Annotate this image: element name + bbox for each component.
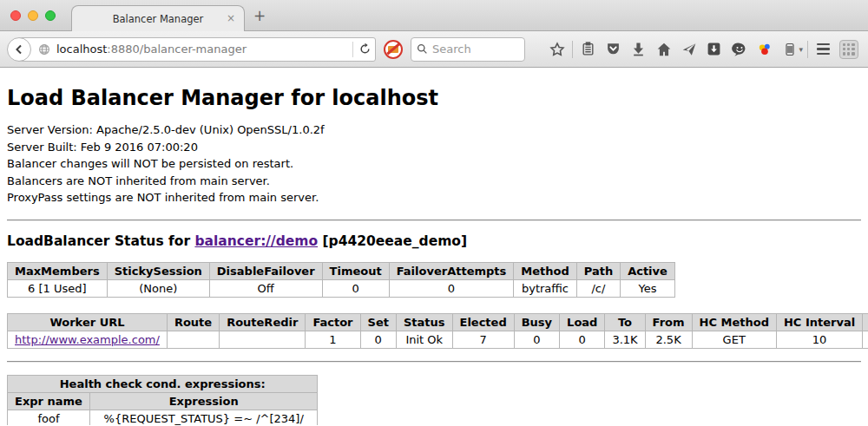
chevron-down-icon[interactable]: ▾ <box>799 45 803 54</box>
new-tab-button[interactable]: + <box>253 7 266 24</box>
paper-plane-icon <box>681 42 697 57</box>
col-factor: Factor <box>306 313 360 331</box>
col-route: Route <box>167 313 219 331</box>
cell-busy: 0 <box>514 331 559 348</box>
send-tab-button[interactable] <box>676 37 701 62</box>
cell-status: Init Ok <box>396 331 452 348</box>
page-title: Load Balancer Manager for localhost <box>7 86 861 110</box>
cell-to: 3.1K <box>605 331 645 348</box>
cell-expr-name: foof <box>8 410 90 425</box>
home-icon <box>656 42 672 57</box>
col-elected: Elected <box>452 313 514 331</box>
tiles-grid-icon <box>839 40 858 59</box>
pocket-button[interactable] <box>601 37 626 62</box>
table-row: foof %{REQUEST_STATUS} =~ /^[234]/ <box>8 410 318 425</box>
col-hc-method: HC Method <box>692 313 776 331</box>
table-header-row: Expr name Expression <box>8 392 318 410</box>
hamburger-icon <box>817 43 830 56</box>
home-button[interactable] <box>651 37 676 62</box>
table-header-row: MaxMembers StickySession DisableFailover… <box>8 262 675 279</box>
reading-list-button[interactable] <box>575 37 601 62</box>
url-bar[interactable]: localhost:8880/balancer-manager <box>18 37 376 62</box>
col-path: Path <box>576 262 620 279</box>
save-box-icon <box>707 42 721 56</box>
cell-method: bytraffic <box>514 279 576 297</box>
col-disablefailover: DisableFailover <box>209 262 322 279</box>
url-path: :8880/balancer-manager <box>107 43 247 56</box>
section-divider <box>7 361 861 363</box>
chat-smiley-icon <box>732 42 747 57</box>
search-input[interactable] <box>432 43 515 56</box>
col-load: Load <box>560 313 605 331</box>
cell-route <box>167 331 219 348</box>
save-extension-button[interactable] <box>701 37 727 62</box>
cell-passes: 1 (0) <box>863 331 868 348</box>
table-title-row: Health check cond. expressions: <box>8 375 318 392</box>
balancer-settings-table: MaxMembers StickySession DisableFailover… <box>7 262 675 298</box>
close-window-button[interactable] <box>10 10 21 21</box>
col-worker-url: Worker URL <box>8 313 168 331</box>
menu-button[interactable] <box>811 37 836 62</box>
persist-note-line: Balancer changes will NOT be persisted o… <box>7 155 861 173</box>
col-failoverattempts: FailoverAttempts <box>389 262 514 279</box>
back-button[interactable] <box>7 37 31 62</box>
server-info: Server Version: Apache/2.5.0-dev (Unix) … <box>7 121 861 206</box>
bookmark-star-button[interactable] <box>544 37 569 62</box>
hc-table-title: Health check cond. expressions: <box>8 375 318 392</box>
health-check-table: Health check cond. expressions: Expr nam… <box>7 375 318 426</box>
server-version-line: Server Version: Apache/2.5.0-dev (Unix) … <box>7 121 861 139</box>
cell-hc-method: GET <box>692 331 776 348</box>
col-set: Set <box>360 313 396 331</box>
minimize-window-button[interactable] <box>28 10 38 21</box>
worker-table: Worker URL Route RouteRedir Factor Set S… <box>7 313 868 349</box>
flashblock-extension-button[interactable] <box>384 40 403 59</box>
table-row: 6 [1 Used] (None) Off 0 0 bytraffic /c/ … <box>8 279 675 297</box>
col-hc-interval: HC Interval <box>776 313 862 331</box>
cell-expression: %{REQUEST_STATUS} =~ /^[234]/ <box>89 410 318 425</box>
server-built-line: Server Built: Feb 9 2016 07:00:20 <box>7 139 861 156</box>
col-status: Status <box>396 313 452 331</box>
tab-close-icon[interactable]: × <box>227 12 235 24</box>
download-arrow-icon <box>631 42 646 56</box>
zoom-window-button[interactable] <box>45 10 56 21</box>
cell-timeout: 0 <box>322 279 389 297</box>
col-routeredir: RouteRedir <box>220 313 306 331</box>
col-method: Method <box>514 262 576 279</box>
titlebar: Balancer Manager × + <box>0 0 868 31</box>
cell-disablefailover: Off <box>209 279 322 297</box>
status-suffix: [p4420eeae_demo] <box>318 233 467 249</box>
col-stickysession: StickySession <box>107 262 209 279</box>
browser-window: Balancer Manager × + localhost:8880/bala… <box>0 0 868 426</box>
star-icon <box>549 42 565 57</box>
section-divider <box>7 220 861 221</box>
url-text: localhost:8880/balancer-manager <box>56 43 347 56</box>
search-box[interactable] <box>411 37 525 62</box>
loadbalancer-status-heading: LoadBalancer Status for balancer://demo … <box>7 233 861 249</box>
col-maxmembers: MaxMembers <box>8 262 108 279</box>
window-controls <box>10 10 56 21</box>
reload-button[interactable] <box>358 43 372 56</box>
col-expression: Expression <box>89 392 318 410</box>
page-content: Load Balancer Manager for localhost Serv… <box>0 68 868 425</box>
cell-stickysession: (None) <box>107 279 209 297</box>
url-host: localhost <box>56 43 107 56</box>
site-identity-globe-icon[interactable] <box>38 43 50 56</box>
navigation-toolbar: localhost:8880/balancer-manager <box>0 31 868 68</box>
balancer-demo-link[interactable]: balancer://demo <box>194 233 318 249</box>
cell-set: 0 <box>360 331 396 348</box>
downloads-button[interactable] <box>626 37 651 62</box>
cell-load: 0 <box>560 331 605 348</box>
worker-url-link[interactable]: http://www.example.com/ <box>15 333 160 346</box>
tab-balancer-manager[interactable]: Balancer Manager × <box>71 5 245 31</box>
clipboard-icon <box>581 42 595 56</box>
table-header-row: Worker URL Route RouteRedir Factor Set S… <box>8 313 868 331</box>
chat-extension-button[interactable] <box>727 37 752 62</box>
tiles-extension-button[interactable] <box>836 37 861 62</box>
colordots-extension-button[interactable] <box>752 37 777 62</box>
col-active: Active <box>621 262 675 279</box>
search-icon <box>417 43 428 55</box>
urlbar-separator <box>352 42 353 57</box>
col-to: To <box>605 313 645 331</box>
cell-worker-url: http://www.example.com/ <box>8 331 168 348</box>
cell-active: Yes <box>621 279 675 297</box>
